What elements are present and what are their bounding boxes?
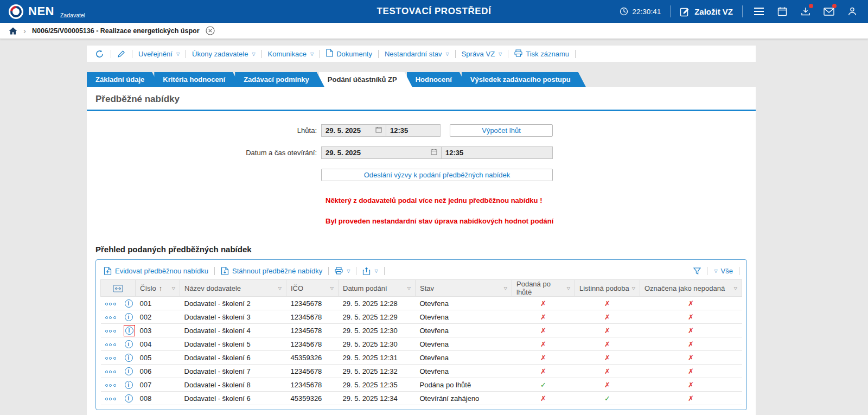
cell-podana-po-lhute: ✗	[512, 365, 575, 378]
opening-date-value[interactable]: 29. 5. 2025	[326, 149, 361, 157]
row-info-icon[interactable]: i	[124, 325, 135, 336]
row-info-icon[interactable]: i	[124, 393, 134, 404]
toolbar-item-nestandardni-stav[interactable]: Nestandardní stav▽	[381, 50, 452, 58]
menu-hamburger-icon[interactable]	[752, 4, 766, 18]
deadline-date-value[interactable]: 29. 5. 2025	[326, 126, 361, 135]
row-menu-button[interactable]	[105, 398, 116, 400]
column-caret-icon[interactable]: ▽	[278, 286, 282, 291]
cell-nazev-dodavatele: Dodavatel - školení 3	[180, 310, 286, 324]
column-header-podana-po-lhute[interactable]: Podaná po lhůtě▽	[512, 280, 575, 297]
row-info-icon[interactable]: i	[124, 353, 134, 363]
column-header-ico[interactable]: IČO▽	[286, 280, 339, 297]
register-offer-button[interactable]: Evidovat předběžnou nabídku	[100, 267, 212, 275]
column-caret-icon[interactable]: ▽	[632, 286, 635, 291]
home-icon[interactable]	[9, 27, 17, 35]
table-row[interactable]: i005Dodavatel - školení 64535932629. 5. …	[101, 351, 742, 365]
row-info-icon[interactable]: i	[124, 366, 134, 376]
toolbar-item-ukony-zadavatele[interactable]: Úkony zadavatele▽	[189, 50, 259, 58]
row-info-icon[interactable]: i	[124, 380, 134, 390]
row-menu-button[interactable]	[105, 357, 116, 360]
chevron-down-icon: ▽	[176, 52, 180, 56]
downloads-icon[interactable]	[799, 4, 813, 18]
filter-button[interactable]	[690, 267, 704, 274]
history-icon[interactable]	[91, 49, 108, 59]
column-caret-icon[interactable]: ▽	[567, 286, 570, 291]
row-info-icon[interactable]: i	[124, 298, 134, 309]
row-menu-button[interactable]	[105, 303, 116, 305]
send-invitation-button[interactable]: Odeslání výzvy k podání předběžných nabí…	[321, 169, 553, 181]
opening-field[interactable]: 29. 5. 2025 12:35	[321, 146, 553, 159]
record-tabs: Základní údajeKritéria hodnoceníZadávací…	[87, 72, 756, 87]
row-info-icon[interactable]: i	[124, 312, 134, 322]
chevron-down-icon: ▽	[499, 52, 502, 56]
calendar-icon[interactable]	[775, 4, 789, 18]
cell-ico: 45359326	[286, 392, 339, 405]
row-menu-button[interactable]	[105, 330, 116, 333]
edit-record-icon[interactable]	[114, 50, 129, 58]
tab-zakladni-udaje[interactable]: Základní údaje	[87, 72, 159, 87]
column-header-listinna-podoba[interactable]: Listinná podoba▽	[575, 280, 640, 297]
toolbar-item-dokumenty[interactable]: Dokumenty	[323, 49, 375, 59]
create-vz-button[interactable]: Založit VZ	[680, 4, 733, 18]
column-header-stav[interactable]: Stav▽	[416, 280, 512, 297]
download-offers-button[interactable]: Stáhnout předběžné nabídky	[218, 267, 326, 275]
column-caret-icon[interactable]: ▽	[172, 286, 175, 291]
column-caret-icon[interactable]: ▽	[407, 286, 411, 291]
calendar-picker-icon[interactable]	[375, 126, 382, 135]
table-row[interactable]: i006Dodavatel - školení 71234567829. 5. …	[101, 365, 742, 378]
column-header-datum-podani[interactable]: Datum podání▽	[339, 280, 416, 297]
cell-podana-po-lhute: ✗	[512, 337, 575, 351]
tab-vysledek-zadavaciho-postupu[interactable]: Výsledek zadávacího postupu	[462, 72, 586, 87]
table-row[interactable]: i007Dodavatel - školení 81234567829. 5. …	[101, 378, 742, 392]
calendar-picker-icon[interactable]	[431, 149, 437, 157]
table-row[interactable]: i002Dodavatel - školení 31234567829. 5. …	[101, 310, 742, 324]
row-menu-button[interactable]	[105, 384, 116, 387]
user-profile-icon[interactable]	[845, 4, 859, 18]
opening-time-value[interactable]: 12:35	[441, 147, 552, 158]
toolbar-item-tisk-zaznamu[interactable]: Tisk záznamu	[511, 49, 572, 59]
tab-kriteria-hodnoceni[interactable]: Kritéria hodnocení	[154, 72, 240, 87]
tab-zadavaci-podminky[interactable]: Zadávací podmínky	[235, 72, 324, 87]
cell-cislo: 003	[136, 324, 180, 337]
row-menu-button[interactable]	[105, 343, 116, 346]
cell-stav: Otevřena	[416, 337, 512, 351]
column-header-oznacena-jako-nepodana[interactable]: Označena jako nepodaná▽	[640, 280, 742, 297]
divider	[111, 50, 111, 58]
table-row[interactable]: i001Dodavatel - školení 21234567829. 5. …	[101, 297, 742, 310]
column-header-cislo[interactable]: Číslo↑▽	[136, 280, 180, 297]
row-menu-button[interactable]	[105, 316, 116, 319]
export-menu-button[interactable]: ▽	[359, 267, 381, 275]
messages-icon[interactable]	[822, 4, 836, 18]
divider	[261, 50, 262, 58]
breadcrumb-item[interactable]: N006/25/V00005136 - Realizace energetick…	[32, 27, 200, 35]
table-row[interactable]: i004Dodavatel - školení 51234567829. 5. …	[101, 337, 742, 351]
tab-hodnoceni[interactable]: Hodnocení	[407, 72, 467, 87]
divider	[214, 267, 215, 275]
toolbar-item-uverejneni[interactable]: Uveřejnění▽	[135, 50, 183, 58]
cell-oznacena-jako-nepodana: ✗	[640, 337, 742, 351]
column-caret-icon[interactable]: ▽	[504, 286, 507, 291]
print-menu-button[interactable]: ▽	[331, 267, 353, 274]
table-row[interactable]: i008Dodavatel - školení 64535932629. 5. …	[101, 392, 742, 405]
toolbar-item-komunikace[interactable]: Komunikace▽	[265, 50, 317, 58]
row-info-icon[interactable]: i	[124, 339, 134, 349]
compute-deadlines-button[interactable]: Výpočet lhůt	[450, 124, 553, 137]
tab-podani-ucastniku-zp[interactable]: Podání účastníků ZP	[319, 72, 412, 87]
deadline-field[interactable]: 29. 5. 2025 12:35	[321, 124, 441, 137]
column-header-nazev-dodavatele[interactable]: Název dodavatele▽	[180, 280, 286, 297]
deadline-time-value[interactable]: 12:35	[386, 125, 440, 136]
table-row[interactable]: i003Dodavatel - školení 41234567829. 5. …	[101, 324, 742, 337]
column-caret-icon[interactable]: ▽	[330, 286, 334, 291]
toolbar-item-sprava-vz[interactable]: Správa VZ▽	[458, 50, 506, 58]
row-menu-button[interactable]	[105, 371, 116, 373]
cell-nazev-dodavatele: Dodavatel - školení 6	[180, 351, 286, 365]
close-record-icon[interactable]	[206, 26, 215, 35]
cell-listinna-podoba: ✗	[575, 310, 640, 324]
filter-preset-select[interactable]: ▽ Vše	[710, 267, 736, 275]
column-caret-icon[interactable]: ▽	[734, 286, 737, 291]
column-settings-button[interactable]	[101, 280, 136, 297]
edit-square-icon	[680, 4, 690, 18]
cell-datum-podani: 29. 5. 2025 12:30	[339, 324, 416, 337]
nen-brand[interactable]: NEN Zadavatel	[9, 3, 85, 20]
deadline-label: Lhůta:	[87, 126, 321, 135]
